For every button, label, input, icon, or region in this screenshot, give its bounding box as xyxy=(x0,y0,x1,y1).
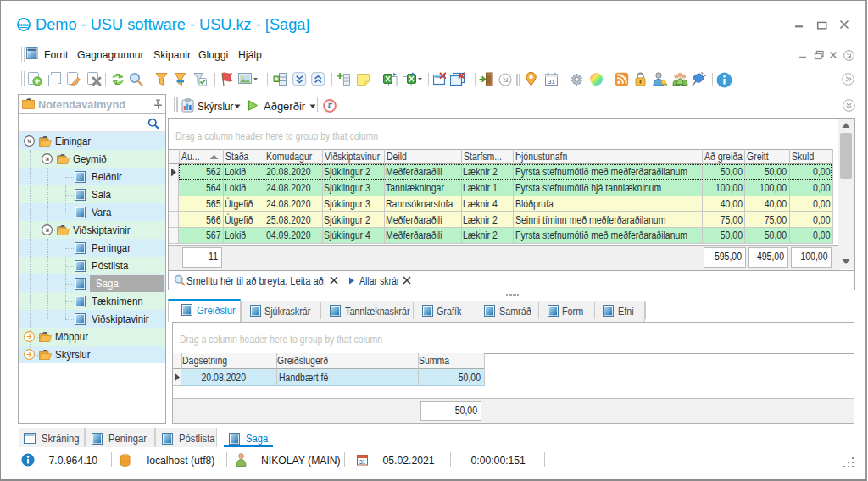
svg-text:31: 31 xyxy=(359,459,366,465)
svg-text:usu: usu xyxy=(19,21,28,27)
svg-text:31: 31 xyxy=(548,78,554,86)
